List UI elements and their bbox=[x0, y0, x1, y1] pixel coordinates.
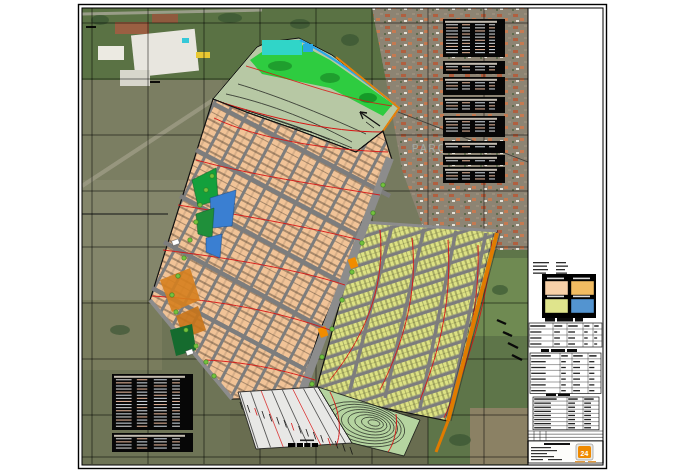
cell-text-mark bbox=[534, 427, 551, 428]
table-row-mark bbox=[154, 413, 167, 414]
cell-text-mark bbox=[531, 378, 546, 379]
cell-text-mark bbox=[594, 325, 598, 326]
table-row-mark bbox=[489, 27, 495, 28]
table-row-mark bbox=[446, 178, 458, 179]
table-row-mark bbox=[172, 401, 180, 402]
table-row-mark bbox=[446, 172, 458, 173]
cell-text-mark bbox=[589, 361, 594, 362]
table-row-mark bbox=[172, 423, 180, 424]
table-row-mark bbox=[475, 105, 485, 106]
table-row-mark bbox=[462, 52, 470, 53]
text-mark bbox=[556, 266, 568, 267]
tree-icon bbox=[340, 298, 345, 303]
cell-text-mark bbox=[554, 343, 560, 344]
table-row-mark bbox=[172, 379, 180, 380]
table-row-mark bbox=[446, 146, 458, 147]
table-row-mark bbox=[446, 127, 458, 128]
legend-label-mark bbox=[547, 296, 564, 298]
table-row-mark bbox=[137, 407, 147, 408]
table-row-mark bbox=[462, 88, 470, 89]
stamp-text-mark bbox=[548, 459, 562, 460]
title-mark bbox=[575, 318, 583, 322]
table-row-mark bbox=[172, 416, 180, 417]
table-row-mark bbox=[462, 127, 470, 128]
table-row-mark bbox=[116, 395, 132, 396]
cell-text-mark bbox=[568, 337, 575, 338]
table-row-mark bbox=[137, 379, 147, 380]
cell-text-mark bbox=[594, 343, 597, 344]
table-row-mark bbox=[172, 438, 180, 439]
title-mark bbox=[557, 318, 573, 322]
table-row-mark bbox=[475, 30, 485, 31]
cell-text-mark bbox=[534, 419, 551, 420]
cell-text-mark bbox=[530, 343, 541, 344]
table-row-mark bbox=[446, 40, 458, 41]
cell-text-mark bbox=[534, 415, 551, 416]
table-row-mark bbox=[462, 124, 470, 125]
table-row-mark bbox=[172, 410, 180, 411]
table-row-mark bbox=[154, 416, 167, 417]
table-row-mark bbox=[475, 82, 485, 83]
table-row-mark bbox=[489, 108, 495, 109]
table-row-mark bbox=[116, 438, 132, 439]
table-row-mark bbox=[489, 69, 495, 70]
table-row-mark bbox=[172, 382, 180, 383]
table-row-mark bbox=[475, 34, 485, 35]
table-row-mark bbox=[462, 108, 470, 109]
table-row-mark bbox=[462, 49, 470, 50]
table-row-mark bbox=[137, 448, 147, 449]
table-row-mark bbox=[116, 379, 132, 380]
table-row-mark bbox=[154, 423, 167, 424]
table-header-mark bbox=[445, 21, 497, 23]
table-row-mark bbox=[462, 175, 470, 176]
legend-label-mark bbox=[573, 296, 590, 298]
table-row-mark bbox=[489, 178, 495, 179]
table-row-mark bbox=[446, 175, 458, 176]
table-row-mark bbox=[489, 40, 495, 41]
table-row-mark bbox=[475, 102, 485, 103]
table-row-mark bbox=[462, 160, 470, 161]
cell-text-mark bbox=[568, 331, 575, 332]
text-mark bbox=[533, 273, 546, 274]
tree-icon bbox=[320, 355, 325, 360]
cell-text-mark bbox=[534, 407, 551, 408]
table-row-mark bbox=[462, 69, 470, 70]
table-row-mark bbox=[116, 404, 132, 405]
table-row-mark bbox=[137, 404, 147, 405]
table-row-mark bbox=[137, 410, 147, 411]
table-row-mark bbox=[116, 444, 132, 445]
table-row-mark bbox=[489, 43, 495, 44]
table-row-mark bbox=[446, 24, 458, 25]
table-row-mark bbox=[154, 407, 167, 408]
table-row-mark bbox=[475, 88, 485, 89]
text-mark bbox=[556, 262, 566, 263]
cell-text-mark bbox=[554, 325, 562, 326]
table-row-mark bbox=[475, 24, 485, 25]
tree-icon bbox=[170, 293, 175, 298]
table-row-mark bbox=[462, 85, 470, 86]
table-row-mark bbox=[446, 30, 458, 31]
title-block-stamp: 24 bbox=[528, 441, 603, 463]
table-row-mark bbox=[475, 146, 485, 147]
cell-text-mark bbox=[573, 361, 580, 362]
stamp-title-mark bbox=[544, 443, 570, 445]
table-row-mark bbox=[489, 66, 495, 67]
table-row-mark bbox=[154, 379, 167, 380]
tree-icon bbox=[194, 344, 199, 349]
table-row-mark bbox=[172, 407, 180, 408]
table-row-mark bbox=[446, 85, 458, 86]
table-row-mark bbox=[116, 413, 132, 414]
table-row-mark bbox=[489, 127, 495, 128]
legend-box bbox=[542, 274, 596, 318]
cell-text-mark bbox=[554, 337, 560, 338]
table-row-mark bbox=[462, 24, 470, 25]
panel-background bbox=[528, 8, 604, 465]
cell-text-mark bbox=[568, 427, 575, 428]
text-mark bbox=[556, 273, 567, 274]
cell-text-mark bbox=[584, 331, 588, 332]
table-row-mark bbox=[154, 410, 167, 411]
table-row-mark bbox=[446, 52, 458, 53]
table-row-mark bbox=[462, 40, 470, 41]
table-row-mark bbox=[475, 52, 485, 53]
text-mark bbox=[533, 269, 548, 270]
